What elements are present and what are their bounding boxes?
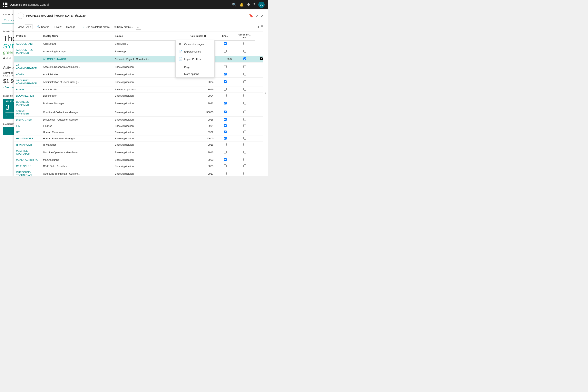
default-checkbox[interactable]	[244, 50, 246, 52]
enabled-checkbox[interactable]	[224, 65, 226, 68]
enabled-cell[interactable]	[216, 78, 234, 86]
default-checkbox[interactable]	[244, 80, 246, 83]
enabled-checkbox[interactable]	[224, 143, 226, 146]
default-checkbox[interactable]	[244, 118, 246, 121]
default-checkbox[interactable]	[244, 137, 246, 140]
bookmark-icon[interactable]: 🔖	[249, 14, 253, 18]
dropdown-page[interactable]: Page ›	[176, 64, 214, 70]
enabled-checkbox[interactable]	[224, 151, 226, 154]
default-cell[interactable]	[234, 108, 255, 116]
enabled-cell[interactable]	[216, 123, 234, 129]
enabled-checkbox[interactable]	[224, 130, 226, 133]
enabled-cell[interactable]	[216, 108, 234, 116]
profile-id-cell[interactable]: MACHINE OPERATOR	[14, 148, 40, 157]
search-icon[interactable]: 🔍	[232, 2, 236, 7]
enabled-cell[interactable]	[216, 157, 234, 163]
enabled-checkbox[interactable]	[224, 118, 226, 121]
profile-id-cell[interactable]: BOOKKEEPER	[14, 93, 40, 99]
dropdown-customize-pages[interactable]: ⚙ Customize pages	[176, 40, 214, 48]
profile-id-cell[interactable]: HR	[14, 129, 40, 136]
profile-id-cell[interactable]: CREDIT MANAGER	[14, 108, 40, 116]
default-checkbox[interactable]	[244, 124, 246, 127]
enabled-checkbox[interactable]	[224, 164, 226, 167]
table-wrapper[interactable]: Profile ID Display Name ↑ Source Role Ce…	[14, 32, 268, 176]
default-cell[interactable]	[234, 78, 255, 86]
default-cell[interactable]	[234, 62, 255, 71]
enabled-cell[interactable]	[216, 86, 234, 93]
profile-id-cell[interactable]: AR ADMINISTRATOR	[14, 62, 40, 71]
profile-id-cell[interactable]: HR MANAGER	[14, 136, 40, 142]
open-new-icon[interactable]: ↗	[256, 14, 258, 18]
user-avatar[interactable]: BC	[258, 2, 264, 8]
default-cell[interactable]	[234, 123, 255, 129]
profile-id-cell[interactable]: AP COORDINATOR	[40, 56, 112, 62]
default-checkbox[interactable]	[244, 65, 246, 68]
profile-id-cell[interactable]: ACCOUNTING MANAGER	[14, 47, 40, 56]
profile-id-cell[interactable]: OUTBOUND TECHNICIAN	[14, 169, 40, 176]
new-button[interactable]: + New	[52, 24, 63, 30]
help-icon[interactable]: ?	[253, 3, 255, 7]
default-checkbox[interactable]	[244, 158, 246, 161]
profile-id-cell[interactable]: ADMIN	[14, 71, 40, 78]
profile-id-cell[interactable]: DISPATCHER	[14, 116, 40, 123]
default-checkbox[interactable]	[244, 102, 246, 104]
view-dropdown[interactable]: All ▾	[25, 24, 33, 30]
notifications-icon[interactable]: 🔔	[240, 2, 244, 7]
row-action-icon[interactable]: ⋮	[16, 58, 19, 61]
enabled-checkbox[interactable]	[224, 102, 226, 104]
enabled-cell[interactable]	[216, 116, 234, 123]
enabled-cell[interactable]	[216, 148, 234, 157]
default-cell[interactable]	[234, 142, 255, 148]
enabled-checkbox[interactable]	[224, 158, 226, 161]
profile-id-cell[interactable]: BUSINESS MANAGER	[14, 99, 40, 108]
settings-icon[interactable]: ⚙	[247, 2, 250, 7]
profile-id-cell[interactable]: ACCOUNTANT	[14, 40, 40, 47]
more-options-button[interactable]: ...	[136, 24, 141, 30]
default-checkbox[interactable]	[244, 151, 246, 154]
enabled-checkbox[interactable]	[224, 73, 226, 76]
default-cell[interactable]	[234, 148, 255, 157]
enabled-checkbox[interactable]	[224, 88, 226, 90]
enabled-cell[interactable]	[216, 47, 234, 56]
enabled-cell[interactable]	[216, 163, 234, 169]
default-checkbox[interactable]	[244, 88, 246, 90]
default-checkbox[interactable]	[244, 94, 246, 97]
profile-id-cell[interactable]: IT MANAGER	[14, 142, 40, 148]
enabled-checkbox[interactable]	[224, 50, 226, 52]
app-launcher-icon[interactable]	[3, 2, 8, 7]
manage-button[interactable]: Manage	[64, 24, 77, 30]
enabled-cell[interactable]	[216, 142, 234, 148]
default-cell[interactable]	[234, 93, 255, 99]
enabled-checkbox[interactable]	[244, 58, 246, 60]
enabled-checkbox[interactable]	[224, 124, 226, 127]
default-checkbox[interactable]	[260, 58, 263, 60]
enabled-cell[interactable]	[216, 169, 234, 176]
default-cell[interactable]	[234, 157, 255, 163]
default-checkbox[interactable]	[244, 172, 246, 175]
default-checkbox[interactable]	[244, 110, 246, 113]
enabled-checkbox[interactable]	[224, 94, 226, 97]
enabled-checkbox[interactable]	[224, 110, 226, 113]
default-checkbox[interactable]	[244, 143, 246, 146]
default-cell[interactable]	[234, 129, 255, 136]
enabled-cell[interactable]	[216, 40, 234, 47]
default-cell[interactable]	[234, 99, 255, 108]
filter-icon[interactable]: ⊿	[256, 25, 259, 29]
profile-id-cell[interactable]: BLANK	[14, 86, 40, 93]
profile-id-cell[interactable]: MANUFACTURING	[14, 157, 40, 163]
enabled-checkbox[interactable]	[224, 137, 226, 140]
profile-id-cell[interactable]: O365 SALES	[14, 163, 40, 169]
default-checkbox[interactable]	[244, 42, 246, 45]
default-cell[interactable]	[234, 71, 255, 78]
back-button[interactable]: ←	[18, 12, 24, 19]
default-cell[interactable]	[234, 116, 255, 123]
dropdown-import-profiles[interactable]: 📄 Import Profiles	[176, 55, 214, 63]
dropdown-export-profiles[interactable]: 📄 Export Profiles	[176, 48, 214, 55]
enabled-cell[interactable]	[216, 99, 234, 108]
default-checkbox[interactable]	[244, 164, 246, 167]
default-cell[interactable]	[234, 47, 255, 56]
profile-id-cell[interactable]: FIN	[14, 123, 40, 129]
enabled-checkbox[interactable]	[224, 80, 226, 83]
enabled-cell[interactable]	[234, 56, 255, 62]
enabled-cell[interactable]	[216, 62, 234, 71]
